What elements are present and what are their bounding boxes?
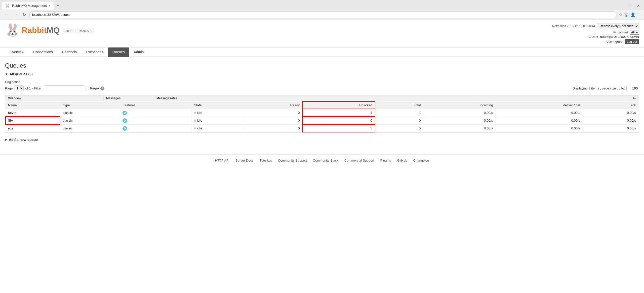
footer-link-github[interactable]: GitHub xyxy=(397,159,407,162)
nav-item-connections[interactable]: Connections xyxy=(29,47,57,57)
table-pm-button[interactable]: +/- xyxy=(630,95,639,101)
state-indicator xyxy=(194,112,196,114)
nav-item-overview[interactable]: Overview xyxy=(5,47,29,57)
nav-item-admin[interactable]: Admin xyxy=(129,47,148,57)
forward-button[interactable]: → xyxy=(12,12,19,18)
pagination-section: Pagination Page 1 of 1 - Filter: Regex ?… xyxy=(5,80,639,91)
refresh-select[interactable]: Refresh every 5 seconds xyxy=(597,23,639,29)
cell-ready: 0 xyxy=(244,117,302,124)
cell-type: classic xyxy=(60,124,120,132)
cell-ack: 0.00/s xyxy=(583,109,639,117)
user-value: guest xyxy=(615,40,623,43)
back-button[interactable]: ← xyxy=(3,12,10,18)
tab-favicon: 🐰 xyxy=(5,3,10,8)
footer-link-commercial-support[interactable]: Commercial Support xyxy=(344,159,374,162)
page-size-input[interactable] xyxy=(626,86,639,91)
menu-button[interactable]: ⋮ xyxy=(637,12,641,17)
regex-checkbox[interactable] xyxy=(86,87,89,90)
logo-section: 🐰 RabbitMQ 3.8.2 Erlang 22.1 xyxy=(5,23,94,37)
col-ack: ack xyxy=(583,102,639,109)
cell-incoming: 0.00/s xyxy=(423,109,496,117)
address-bar: ← → ↻ ☆ 📡 👤 ⋮ xyxy=(0,10,644,20)
table-header-row: Name Type Features State Ready Unacked T… xyxy=(6,102,639,109)
cluster-value: rabbit@NOTEBOOK-KEVIN xyxy=(600,35,639,39)
cell-ack: 0.00/s xyxy=(583,117,639,124)
pagination-label: Pagination xyxy=(5,80,639,84)
filter-input[interactable] xyxy=(44,85,84,91)
vhost-row: Virtual host All xyxy=(552,30,639,35)
add-queue-label: Add a new queue xyxy=(9,138,38,142)
group-rates-label: Message rates xyxy=(154,95,630,101)
state-indicator xyxy=(194,127,196,129)
new-tab-button[interactable]: + xyxy=(54,2,62,10)
tab-bar: 🐰 RabbitMQ Management × + ─ □ ✕ xyxy=(0,0,644,10)
page-title: Queues xyxy=(5,62,639,69)
logout-button[interactable]: Log out xyxy=(625,39,639,44)
address-input[interactable] xyxy=(29,11,617,18)
minimize-button[interactable]: ─ xyxy=(628,4,631,8)
user-row: User guest Log out xyxy=(552,39,639,44)
displaying-label: Displaying 3 items , page size up to: xyxy=(573,86,625,90)
cell-unacked: 0 xyxy=(302,117,375,124)
bookmark-button[interactable]: ☆ xyxy=(619,12,622,17)
section-title: All queues (3) xyxy=(10,72,33,76)
durable-badge: D xyxy=(123,126,127,131)
footer-link-changelog[interactable]: Changelog xyxy=(413,159,429,162)
footer-link-plugins[interactable]: Plugins xyxy=(380,159,391,162)
nav-item-channels[interactable]: Channels xyxy=(57,47,81,57)
regex-section: Regex ? xyxy=(86,86,105,90)
cell-name: kevin xyxy=(6,109,60,117)
cell-features: D xyxy=(120,117,191,124)
regex-help-button[interactable]: ? xyxy=(100,86,104,90)
queue-name-link[interactable]: roy xyxy=(8,126,13,130)
footer-link-server-docs[interactable]: Server Docs xyxy=(235,159,254,162)
close-window-button[interactable]: ✕ xyxy=(637,4,640,8)
col-features: Features xyxy=(120,102,191,109)
refresh-row: Refreshed 2019-12-13 00:10:44 Refresh ev… xyxy=(552,23,639,29)
vhost-select[interactable]: All xyxy=(630,30,639,35)
page-select[interactable]: 1 xyxy=(14,85,24,91)
vhost-label: Virtual host xyxy=(613,31,628,34)
footer-link-tutorials[interactable]: Tutorials xyxy=(260,159,272,162)
logo-text: RabbitMQ xyxy=(22,26,60,35)
reload-button[interactable]: ↻ xyxy=(21,11,27,18)
display-info: Displaying 3 items , page size up to: xyxy=(573,86,639,91)
add-queue-toggle[interactable]: ▶ Add a new queue xyxy=(5,138,639,142)
all-queues-section-header[interactable]: ▼ All queues (3) xyxy=(5,72,639,76)
cast-button[interactable]: 📡 xyxy=(624,12,629,17)
active-tab[interactable]: 🐰 RabbitMQ Management × xyxy=(2,2,54,10)
cell-name: lily xyxy=(6,117,60,124)
col-unacked: Unacked xyxy=(302,102,375,109)
cell-deliver-get: 0.00/s xyxy=(496,124,583,132)
queue-name-link[interactable]: lily xyxy=(8,119,13,122)
col-name: Name xyxy=(6,102,60,109)
footer-link-community-support[interactable]: Community Support xyxy=(278,159,307,162)
cell-unacked: 1 xyxy=(302,109,375,117)
cell-total: 1 xyxy=(375,109,423,117)
cell-state: idle xyxy=(191,117,244,124)
col-incoming: incoming xyxy=(423,102,496,109)
nav-item-queues[interactable]: Queues xyxy=(108,47,129,57)
tab-close-button[interactable]: × xyxy=(49,4,51,8)
cell-deliver-get: 0.00/s xyxy=(496,109,583,117)
queue-name-link[interactable]: kevin xyxy=(8,111,16,115)
maximize-button[interactable]: □ xyxy=(633,4,635,8)
header-right: Refreshed 2019-12-13 00:10:44 Refresh ev… xyxy=(552,23,639,44)
cell-features: D xyxy=(120,109,191,117)
cell-ready: 0 xyxy=(244,124,302,132)
table-row: royclassicDidle0550.00/s0.00/s0.00/s xyxy=(6,124,639,132)
profile-button[interactable]: 👤 xyxy=(630,12,635,17)
footer-link-http-api[interactable]: HTTP API xyxy=(215,159,230,162)
table-group-headers: Overview Messages Message rates +/- xyxy=(5,95,639,101)
footer-link-community-slack[interactable]: Community Slack xyxy=(313,159,338,162)
queues-table-container: Overview Messages Message rates +/- Name… xyxy=(5,95,639,133)
logo-rabbit: Rabbit xyxy=(22,26,47,35)
erlang-badge: Erlang 22.1 xyxy=(75,29,94,33)
cell-incoming: 0.00/s xyxy=(423,124,496,132)
col-state: State xyxy=(191,102,244,109)
cluster-label: Cluster xyxy=(589,35,598,39)
tab-title: RabbitMQ Management xyxy=(12,4,47,8)
cell-total: 0 xyxy=(375,117,423,124)
cell-deliver-get: 0.00/s xyxy=(496,117,583,124)
nav-item-exchanges[interactable]: Exchanges xyxy=(81,47,108,57)
